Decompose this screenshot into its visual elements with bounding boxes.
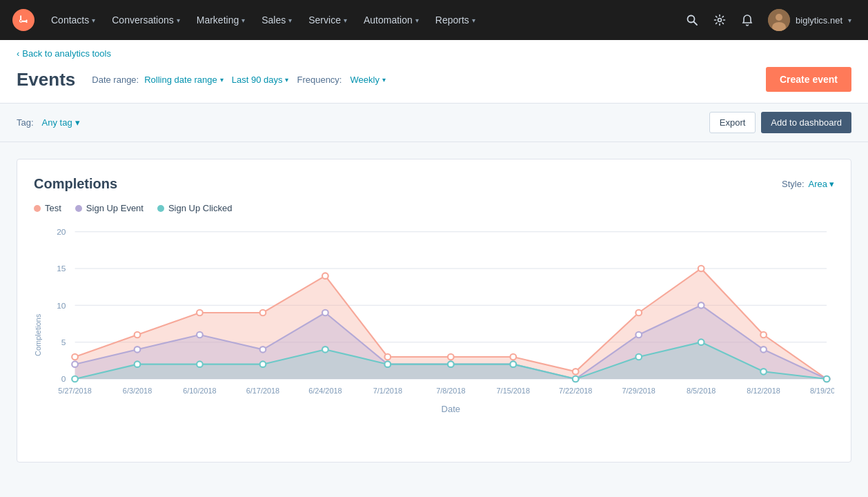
signup-event-dot-10 [698,302,704,309]
back-link-text: Back to analytics tools [22,48,111,59]
svg-text:8/12/2018: 8/12/2018 [747,387,780,395]
date-range-option[interactable]: Last 90 days ▾ [229,73,292,86]
legend-dot-signup-event [75,205,82,212]
date-option-value: Last 90 days [232,75,283,85]
signup-clicked-dot-0 [72,376,78,382]
test-dot-2 [197,310,203,316]
nav-service[interactable]: Service ▾ [302,10,354,30]
svg-point-3 [718,19,722,22]
nav-reports[interactable]: Reports ▾ [428,10,482,30]
legend-item-signup-clicked: Sign Up Clicked [157,203,233,213]
style-value: Area [809,179,827,189]
back-link[interactable]: ‹ Back to analytics tools [17,40,851,61]
svg-text:8/5/2018: 8/5/2018 [687,387,716,395]
account-menu[interactable]: biglytics.net ▾ [762,6,857,34]
signup-clicked-dot-9 [635,354,642,360]
svg-text:7/22/2018: 7/22/2018 [559,387,592,395]
nav-contacts-label: Contacts [51,14,89,26]
hubspot-logo[interactable] [11,8,36,32]
signup-clicked-dot-7 [510,361,516,367]
toolbar: Tag: Any tag ▾ Export Add to dashboard [0,104,868,142]
chart-area: Completions 0 5 10 15 20 [34,224,834,445]
frequency-value: Weekly [351,75,379,85]
signup-clicked-dot-8 [573,376,579,382]
back-arrow-icon: ‹ [17,48,19,59]
signup-event-dot-1 [135,347,141,353]
test-dot-4 [322,273,328,279]
signup-clicked-dot-5 [384,361,391,367]
nav-service-chevron: ▾ [344,17,347,24]
filter-row: Date range: Rolling date range ▾ Last 90… [92,73,749,86]
svg-text:20: 20 [57,227,66,237]
y-axis-label: Completions [34,224,42,445]
notifications-icon[interactable] [735,8,760,32]
account-name: biglytics.net [796,15,842,26]
search-icon[interactable] [680,8,704,32]
date-range-picker[interactable]: Rolling date range ▾ [141,73,226,86]
subheader-main: Events Date range: Rolling date range ▾ … [17,61,851,103]
nav-automation-label: Automation [364,14,413,26]
test-dot-5 [384,354,391,360]
signup-event-dot-3 [260,347,266,353]
signup-clicked-dot-4 [322,347,328,353]
date-option-chevron: ▾ [285,76,288,84]
settings-icon[interactable] [707,8,732,32]
nav-contacts-chevron: ▾ [92,17,95,24]
nav-automation[interactable]: Automation ▾ [357,10,426,30]
signup-event-dot-11 [760,347,767,353]
svg-text:8/19/2018: 8/19/2018 [810,387,834,395]
style-chevron: ▾ [829,179,834,189]
legend-dot-test [34,205,41,212]
svg-text:7/29/2018: 7/29/2018 [622,387,655,395]
chart-header: Completions Style: Area ▾ [34,176,834,192]
toolbar-actions: Export Add to dashboard [709,112,851,133]
nav-service-label: Service [308,14,341,26]
nav-conversations-chevron: ▾ [177,17,180,24]
nav-sales-chevron: ▾ [288,17,292,24]
legend-label-signup-clicked: Sign Up Clicked [168,203,233,213]
signup-event-dot-4 [322,310,328,316]
create-event-button[interactable]: Create event [766,67,851,92]
navbar: Contacts ▾ Conversations ▾ Marketing ▾ S… [0,0,868,40]
signup-clicked-dot-3 [260,361,266,367]
nav-marketing-chevron: ▾ [241,17,245,24]
svg-text:7/15/2018: 7/15/2018 [497,387,530,395]
legend-label-signup-event: Sign Up Event [86,203,144,213]
signup-event-dot-2 [197,332,203,338]
frequency-picker[interactable]: Weekly ▾ [348,73,388,86]
svg-text:10: 10 [57,301,66,311]
tag-selector[interactable]: Any tag ▾ [42,117,80,128]
page-title: Events [17,69,75,90]
test-dot-6 [448,354,454,360]
chart-inner: 0 5 10 15 20 [45,224,834,445]
nav-marketing[interactable]: Marketing ▾ [190,10,252,30]
nav-reports-label: Reports [435,14,469,26]
nav-automation-chevron: ▾ [415,17,419,24]
chart-title: Completions [34,176,117,192]
export-button[interactable]: Export [709,112,756,133]
svg-text:7/8/2018: 7/8/2018 [436,387,465,395]
avatar [768,9,790,31]
svg-text:6/17/2018: 6/17/2018 [246,387,279,395]
date-range-value: Rolling date range [144,75,217,85]
nav-marketing-label: Marketing [197,14,239,26]
tag-chevron: ▾ [75,117,80,128]
chart-legend: Test Sign Up Event Sign Up Clicked [34,203,834,213]
nav-contacts[interactable]: Contacts ▾ [44,10,102,30]
add-to-dashboard-button[interactable]: Add to dashboard [761,112,851,133]
nav-sales[interactable]: Sales ▾ [255,10,299,30]
svg-text:6/24/2018: 6/24/2018 [308,387,342,395]
style-selector: Style: Area ▾ [782,179,834,189]
style-dropdown[interactable]: Area ▾ [809,179,834,189]
signup-clicked-dot-11 [760,369,767,375]
test-dot-7 [510,354,516,360]
test-dot-3 [260,310,266,316]
signup-clicked-dot-12 [824,376,830,382]
svg-text:6/3/2018: 6/3/2018 [123,387,152,395]
account-chevron: ▾ [848,17,851,24]
legend-item-signup-event: Sign Up Event [75,203,144,213]
svg-text:0: 0 [61,374,66,384]
nav-conversations[interactable]: Conversations ▾ [105,10,187,30]
subheader: ‹ Back to analytics tools Events Date ra… [0,40,868,104]
signup-event-dot-0 [72,361,78,367]
